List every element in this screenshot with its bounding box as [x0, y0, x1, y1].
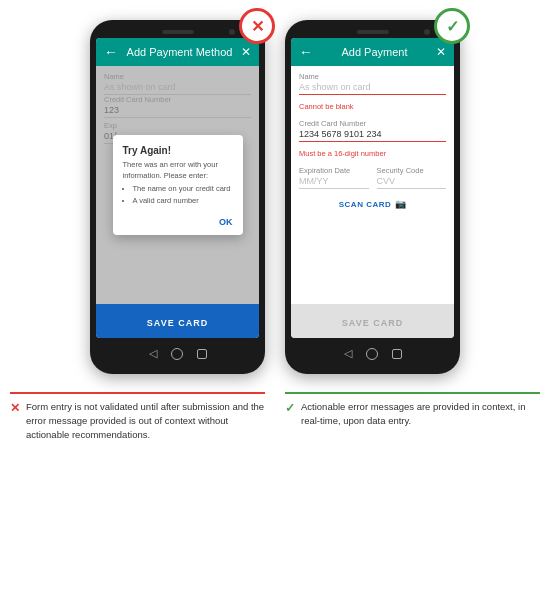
left-form-area: Name As shown on card Credit Card Number… — [96, 66, 259, 304]
dialog-item-2: A valid card number — [133, 196, 233, 207]
dialog: Try Again! There was an error with your … — [113, 135, 243, 235]
right-topbar-title: Add Payment — [341, 46, 407, 58]
right-phone-bottom: ◁ — [344, 343, 402, 364]
right-phone-wrapper: ✓ ← Add Payment ✕ Name As shown on card … — [285, 20, 460, 374]
name-value-right[interactable]: As shown on card — [299, 82, 446, 95]
dialog-body: There was an error with your information… — [123, 160, 233, 206]
bad-caption-icon: ✕ — [10, 401, 20, 415]
camera-right — [424, 29, 430, 35]
back-arrow-left[interactable]: ← — [104, 44, 118, 60]
nav-back-left[interactable]: ◁ — [149, 347, 157, 360]
right-screen: ← Add Payment ✕ Name As shown on card Ca… — [291, 38, 454, 338]
left-topbar: ← Add Payment Method ✕ — [96, 38, 259, 66]
good-caption-icon: ✓ — [285, 401, 295, 415]
bad-caption-block: ✕ Form entry is not validated until afte… — [10, 392, 265, 441]
dialog-title: Try Again! — [123, 145, 233, 156]
left-phone: ← Add Payment Method ✕ Name As shown on … — [90, 20, 265, 374]
left-phone-bottom: ◁ — [149, 343, 207, 364]
close-left[interactable]: ✕ — [241, 45, 251, 59]
phone-top-right — [291, 30, 454, 34]
name-field-group: Name As shown on card Cannot be blank — [299, 72, 446, 113]
bad-caption-text: Form entry is not validated until after … — [26, 400, 265, 441]
camera-left — [229, 29, 235, 35]
ok-button[interactable]: OK — [219, 217, 233, 227]
left-screen: ← Add Payment Method ✕ Name As shown on … — [96, 38, 259, 338]
nav-back-right[interactable]: ◁ — [344, 347, 352, 360]
card-label-right: Credit Card Number — [299, 119, 446, 128]
nav-square-left[interactable] — [197, 349, 207, 359]
nav-home-left[interactable] — [171, 348, 183, 360]
dialog-ok-row: OK — [123, 211, 233, 229]
cvv-label-right: Security Code — [377, 166, 447, 175]
captions-row: ✕ Form entry is not validated until afte… — [10, 390, 540, 441]
left-topbar-title: Add Payment Method — [127, 46, 233, 58]
left-save-card-area[interactable]: SAVE CARD — [96, 304, 259, 338]
name-label-right: Name — [299, 72, 446, 81]
expiry-value-right[interactable]: MM/YY — [299, 176, 369, 189]
left-phone-wrapper: ✕ ← Add Payment Method ✕ Name As shown o… — [90, 20, 265, 374]
left-save-card-text: SAVE CARD — [147, 318, 208, 328]
expiry-label-right: Expiration Date — [299, 166, 369, 175]
cvv-field: Security Code CVV — [377, 166, 447, 189]
card-error-text: Must be a 16-digit number — [299, 149, 386, 158]
scan-card-button[interactable]: SCAN CARD — [339, 200, 392, 209]
scan-card-row[interactable]: SCAN CARD 📷 — [299, 199, 446, 209]
right-form-area: Name As shown on card Cannot be blank Cr… — [291, 66, 454, 304]
bad-badge: ✕ — [239, 8, 275, 44]
back-arrow-right[interactable]: ← — [299, 44, 313, 60]
good-caption-block: ✓ Actionable error messages are provided… — [285, 392, 540, 441]
camera-icon: 📷 — [395, 199, 406, 209]
expiry-cvv-group: Expiration Date MM/YY Security Code CVV — [299, 166, 446, 189]
cvv-value-right[interactable]: CVV — [377, 176, 447, 189]
card-value-right[interactable]: 1234 5678 9101 234 — [299, 129, 446, 142]
nav-square-right[interactable] — [392, 349, 402, 359]
card-field-group: Credit Card Number 1234 5678 9101 234 Mu… — [299, 119, 446, 160]
close-right[interactable]: ✕ — [436, 45, 446, 59]
dialog-item-1: The name on your credit card — [133, 184, 233, 195]
name-error-text: Cannot be blank — [299, 102, 354, 111]
speaker-right — [357, 30, 389, 34]
right-topbar: ← Add Payment ✕ — [291, 38, 454, 66]
right-save-card-text: SAVE CARD — [342, 318, 403, 328]
expiry-field: Expiration Date MM/YY — [299, 166, 369, 189]
good-badge: ✓ — [434, 8, 470, 44]
right-save-card-area[interactable]: SAVE CARD — [291, 304, 454, 338]
phone-top-left — [96, 30, 259, 34]
dialog-overlay: Try Again! There was an error with your … — [96, 66, 259, 304]
right-phone: ← Add Payment ✕ Name As shown on card Ca… — [285, 20, 460, 374]
nav-home-right[interactable] — [366, 348, 378, 360]
speaker-left — [162, 30, 194, 34]
good-caption-text: Actionable error messages are provided i… — [301, 400, 540, 428]
